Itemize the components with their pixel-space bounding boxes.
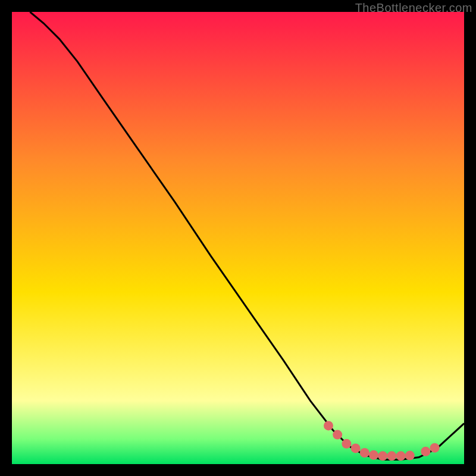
plot-area [12, 12, 464, 464]
data-dot [360, 448, 369, 458]
data-dot [369, 450, 378, 460]
data-dot [324, 421, 333, 430]
data-dot [342, 439, 351, 449]
chart-stage: TheBottlenecker.com [0, 0, 476, 476]
data-dot [351, 443, 361, 453]
data-dot [396, 451, 406, 461]
data-dot [333, 430, 342, 440]
data-dot [405, 451, 415, 461]
gradient-background [12, 12, 464, 464]
plot-svg [12, 12, 464, 464]
data-dot [430, 443, 440, 453]
data-dot [387, 451, 396, 461]
data-dot [378, 451, 387, 461]
data-dot [421, 447, 430, 456]
